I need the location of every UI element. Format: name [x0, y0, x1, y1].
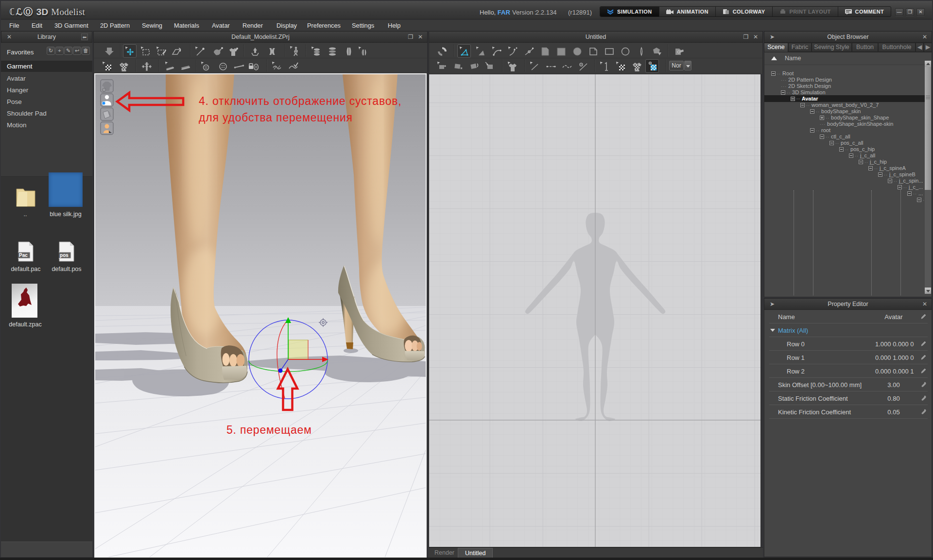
- svg-text:pos: pos: [60, 253, 69, 258]
- svg-text:5. перемещаем: 5. перемещаем: [226, 424, 312, 436]
- svg-text:для удобства перемещения: для удобства перемещения: [199, 111, 353, 124]
- svg-text:Pac: Pac: [19, 253, 28, 258]
- svg-text:4. отключить отображение суста: 4. отключить отображение суставов,: [199, 95, 402, 107]
